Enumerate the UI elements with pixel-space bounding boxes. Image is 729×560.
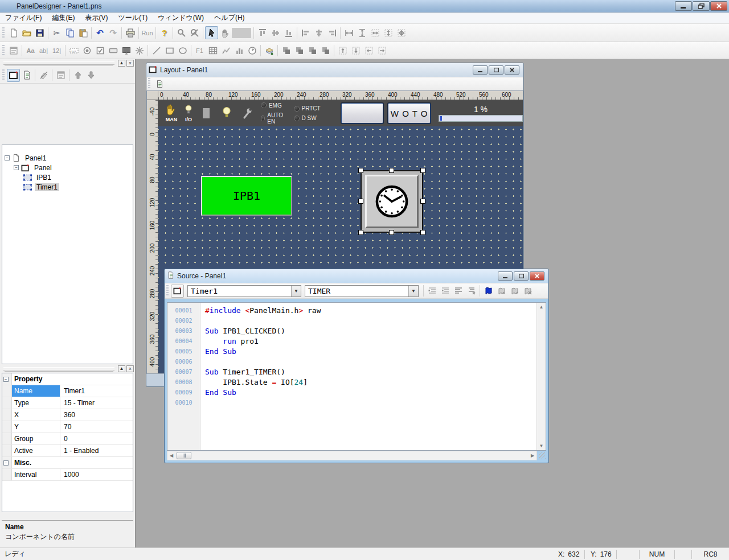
numeric-tool-icon[interactable]: 12| — [50, 44, 63, 57]
zoom-in-icon[interactable] — [175, 26, 188, 39]
menu-item-0[interactable]: ファイル(F) — [0, 12, 47, 24]
property-value[interactable]: 1000 — [60, 469, 133, 480]
radio-tool-icon[interactable] — [80, 44, 93, 57]
size-width-icon[interactable] — [368, 26, 382, 39]
resize-handle-w[interactable] — [358, 199, 363, 204]
rollup-button[interactable]: ▲ — [118, 60, 125, 67]
scrollbar-thumb[interactable] — [177, 452, 191, 459]
property-row-name[interactable]: NameTimer1 — [2, 385, 133, 397]
size-height-icon[interactable] — [382, 26, 395, 39]
collapse-icon[interactable]: − — [3, 460, 9, 466]
width-shrink-icon[interactable] — [362, 44, 375, 57]
align-bottom-icon[interactable] — [282, 26, 295, 39]
align-vcenter-icon[interactable] — [269, 26, 282, 39]
resize-grip[interactable] — [539, 452, 546, 459]
page-settings-icon[interactable] — [153, 77, 166, 90]
property-value[interactable]: 360 — [60, 409, 133, 421]
resize-handle-s[interactable] — [389, 230, 394, 235]
snapshot-blank-button[interactable] — [231, 26, 252, 39]
textbox-tool-icon[interactable]: ab| — [37, 44, 50, 57]
bookmark-prev-icon[interactable] — [508, 285, 521, 298]
code-line[interactable]: run pro1 — [205, 336, 536, 347]
property-value[interactable]: 15 - Timer — [60, 397, 133, 409]
barchart-tool-icon[interactable] — [232, 44, 245, 57]
linechart-tool-icon[interactable] — [219, 44, 232, 57]
layout-titlebar[interactable]: Layout - Panel1 — [146, 63, 523, 77]
resize-handle-nw[interactable] — [358, 168, 363, 173]
strip-woto-button[interactable]: W O T O — [388, 103, 431, 123]
timer1-component-selected[interactable] — [361, 170, 423, 233]
restore-button[interactable] — [693, 1, 710, 11]
rectangle-tool-icon[interactable] — [163, 44, 176, 57]
height-shrink-icon[interactable] — [349, 44, 362, 57]
code-line[interactable]: End Sub — [205, 388, 536, 398]
checkbox-tool-icon[interactable] — [93, 44, 107, 57]
print-icon[interactable] — [124, 26, 137, 39]
height-expand-icon[interactable] — [336, 44, 349, 57]
menu-item-3[interactable]: ツール(T) — [113, 12, 153, 24]
code-line[interactable] — [205, 316, 536, 326]
send-back-icon[interactable] — [293, 44, 306, 57]
align-top-icon[interactable] — [256, 26, 269, 39]
property-value[interactable]: 1 - Enabled — [60, 445, 133, 456]
paste-icon[interactable] — [76, 26, 89, 39]
strip-blank-button[interactable] — [341, 103, 384, 123]
minimize-button[interactable] — [675, 1, 692, 11]
bring-front-icon[interactable] — [280, 44, 293, 57]
property-row-type[interactable]: Type15 - Timer — [2, 397, 133, 409]
table-tool-icon[interactable] — [206, 44, 219, 57]
move-up-icon[interactable] — [71, 69, 84, 82]
property-window-icon[interactable] — [7, 44, 20, 57]
tree-item-ipb1[interactable]: IPB1 — [2, 172, 133, 182]
size-both-icon[interactable] — [395, 26, 408, 39]
code-line[interactable]: Sub Timer1_TIMER() — [205, 367, 536, 377]
align-right-icon[interactable] — [325, 26, 338, 39]
lamp-tool-icon[interactable] — [133, 44, 146, 57]
collapse-icon[interactable]: − — [5, 155, 10, 160]
layout-close-button[interactable] — [505, 65, 519, 75]
redo-icon[interactable]: ↷ — [107, 26, 120, 39]
resize-handle-e[interactable] — [420, 199, 425, 204]
erase-icon[interactable] — [37, 69, 50, 82]
resize-handle-n[interactable] — [389, 168, 394, 173]
select-cursor-icon[interactable] — [205, 26, 218, 39]
collapse-icon[interactable]: − — [3, 377, 9, 382]
bring-forward-icon[interactable] — [306, 44, 319, 57]
resize-handle-ne[interactable] — [420, 168, 425, 173]
code-line[interactable] — [205, 357, 536, 367]
run-button[interactable]: Run — [141, 26, 154, 39]
zoom-reset-icon[interactable] — [188, 26, 201, 39]
width-expand-icon[interactable] — [375, 44, 388, 57]
resize-handle-sw[interactable] — [358, 230, 363, 235]
property-row-y[interactable]: Y70 — [2, 421, 133, 433]
label-tool-icon[interactable]: Aa — [24, 44, 37, 57]
scroll-left-icon[interactable]: ◀ — [167, 451, 175, 460]
ellipse-tool-icon[interactable] — [176, 44, 189, 57]
property-group-header[interactable]: −Property — [2, 373, 133, 385]
chevron-down-icon[interactable]: ▼ — [291, 286, 301, 297]
menu-item-5[interactable]: ヘルプ(H) — [209, 12, 250, 24]
property-group-header[interactable]: −Misc. — [2, 457, 133, 469]
format-clear-icon[interactable] — [465, 285, 478, 298]
fkey-tool-icon[interactable]: F1 — [193, 44, 206, 57]
ipb1-button-component[interactable]: IPB1 — [201, 176, 292, 216]
scroll-down-icon[interactable]: ▼ — [538, 442, 546, 450]
property-value[interactable]: 70 — [60, 421, 133, 433]
layers-icon[interactable] — [263, 44, 276, 57]
object-combobox[interactable]: Timer1 ▼ — [187, 285, 301, 297]
display-tool-icon[interactable] — [120, 44, 133, 57]
tree-item-timer1[interactable]: Timer1 — [2, 182, 133, 192]
bookmark-clear-icon[interactable] — [521, 285, 534, 298]
code-editor[interactable]: 0000100002000030000400005000060000700008… — [167, 302, 546, 451]
code-text[interactable]: #include <PanelMain.h> rawSub IPB1_CLICK… — [200, 303, 536, 450]
code-line[interactable] — [205, 398, 536, 408]
meter-tool-icon[interactable] — [245, 44, 259, 57]
cut-icon[interactable]: ✂ — [50, 26, 63, 39]
menu-item-1[interactable]: 編集(E) — [47, 12, 80, 24]
resize-handle-se[interactable] — [420, 230, 425, 235]
source-maximize-button[interactable] — [514, 271, 529, 281]
code-line[interactable]: #include <PanelMain.h> raw — [205, 306, 536, 316]
property-value[interactable]: 0 — [60, 433, 133, 444]
layout-maximize-button[interactable] — [489, 65, 503, 75]
tree-item-panel1[interactable]: − Panel1 — [2, 153, 133, 163]
